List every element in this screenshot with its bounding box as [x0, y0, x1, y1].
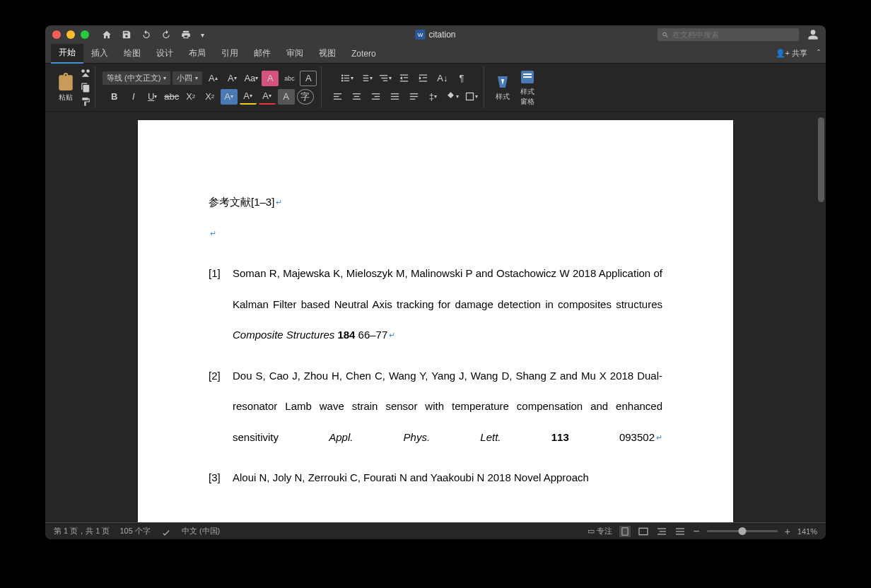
zoom-knob[interactable] [738, 527, 746, 535]
show-marks-button[interactable]: ¶ [453, 71, 470, 86]
tab-view[interactable]: 视图 [311, 44, 344, 63]
align-center-button[interactable] [348, 89, 365, 105]
copy-icon[interactable] [81, 83, 90, 93]
ribbon-collapse-icon[interactable]: ˆ [817, 49, 820, 59]
print-layout-icon[interactable] [619, 526, 631, 537]
format-painter-icon[interactable] [81, 97, 90, 107]
italic-button[interactable]: I [125, 89, 142, 105]
font-color-button[interactable]: A▾ [259, 89, 276, 105]
text-effects-button[interactable]: A▾ [221, 89, 238, 105]
qat-expand-icon[interactable]: ▾ [201, 31, 204, 39]
font-name-select[interactable]: 等线 (中文正文)▾ [103, 71, 170, 85]
zoom-slider[interactable] [707, 530, 778, 532]
zoom-out-button[interactable]: − [693, 525, 699, 538]
redo-icon[interactable] [161, 30, 171, 40]
svg-rect-8 [363, 81, 369, 81]
user-icon[interactable] [807, 29, 819, 40]
justify-button[interactable] [386, 89, 403, 105]
close-window[interactable] [52, 30, 61, 39]
tab-review[interactable]: 审阅 [279, 44, 311, 63]
focus-mode[interactable]: ▭ 专注 [588, 526, 612, 536]
line-spacing-button[interactable]: ‡▾ [424, 89, 441, 105]
minimize-window[interactable] [66, 30, 75, 39]
search-input[interactable] [672, 30, 795, 39]
language-indicator[interactable]: 中文 (中国) [182, 526, 220, 536]
svg-rect-35 [523, 74, 532, 75]
grow-font-button[interactable]: A▴ [204, 71, 221, 86]
char-shading-button[interactable]: A [278, 89, 295, 105]
maximize-window[interactable] [81, 30, 89, 39]
enclose-char-button[interactable]: 字 [297, 89, 314, 105]
cut-icon[interactable] [81, 69, 90, 78]
underline-button[interactable]: U▾ [144, 89, 161, 105]
shrink-font-button[interactable]: A▾ [223, 71, 240, 86]
decrease-indent-button[interactable] [396, 71, 413, 86]
zoom-in-button[interactable]: + [785, 526, 790, 537]
tab-layout[interactable]: 布局 [181, 44, 214, 63]
multilevel-list-button[interactable]: ▾ [377, 71, 394, 86]
word-count[interactable]: 105 个字 [119, 526, 150, 536]
outline-icon[interactable] [656, 526, 667, 537]
clipboard-group: 粘贴 [52, 66, 95, 108]
svg-rect-36 [523, 76, 532, 78]
bullets-button[interactable]: ▾ [339, 71, 356, 86]
highlight-button[interactable]: A▾ [240, 89, 257, 105]
paste-button[interactable]: 粘贴 [57, 73, 75, 102]
paragraph-mark-icon: ↵ [276, 198, 282, 206]
tab-mail[interactable]: 邮件 [246, 44, 279, 63]
ref-body: Dou S, Cao J, Zhou H, Chen C, Wang Y, Ya… [233, 360, 662, 453]
svg-rect-6 [363, 75, 369, 76]
tab-zotero[interactable]: Zotero [344, 45, 384, 62]
sort-button[interactable]: A↓ [434, 71, 451, 86]
align-right-button[interactable] [367, 89, 384, 105]
tab-home[interactable]: 开始 [51, 43, 83, 64]
svg-point-4 [341, 80, 344, 82]
paste-label: 粘贴 [59, 93, 73, 102]
svg-rect-12 [400, 75, 408, 76]
paragraph-mark-icon: ↵ [210, 229, 216, 237]
strikethrough-button[interactable]: abc [163, 89, 180, 105]
undo-icon[interactable] [141, 30, 151, 40]
vertical-scrollbar[interactable] [816, 112, 826, 522]
search-box[interactable] [657, 28, 799, 41]
subscript-button[interactable]: X2 [182, 89, 199, 105]
svg-rect-15 [419, 75, 427, 76]
svg-rect-17 [419, 81, 427, 81]
styles-pane-button[interactable]: 样式 窗格 [516, 69, 539, 107]
svg-rect-21 [353, 93, 361, 94]
zoom-level[interactable]: 141% [797, 527, 817, 536]
svg-point-2 [341, 77, 344, 79]
spellcheck-icon[interactable] [160, 526, 172, 537]
print-icon[interactable] [181, 30, 191, 40]
page[interactable]: 参考文献[1–3]↵ ↵ [1] Soman R, Majewska K, Mi… [138, 120, 733, 522]
styles-button[interactable]: 样式 [491, 74, 514, 102]
superscript-button[interactable]: X2 [201, 89, 218, 105]
draft-icon[interactable] [674, 526, 686, 537]
bold-button[interactable]: B [106, 89, 123, 105]
distribute-button[interactable] [405, 89, 422, 105]
home-icon[interactable] [102, 30, 112, 40]
increase-indent-button[interactable] [415, 71, 432, 86]
tab-draw[interactable]: 绘图 [116, 44, 148, 63]
borders-button[interactable]: ▾ [462, 89, 479, 105]
share-button[interactable]: 👤+ 共享 [770, 48, 813, 59]
tab-references[interactable]: 引用 [214, 44, 246, 63]
ref-num: [1] [209, 258, 233, 351]
save-icon[interactable] [122, 30, 131, 40]
change-case-button[interactable]: Aa▾ [242, 71, 259, 86]
shading-button[interactable]: ▾ [443, 89, 460, 105]
font-size-select[interactable]: 小四▾ [173, 71, 202, 85]
svg-rect-9 [380, 75, 387, 76]
scrollbar-thumb[interactable] [818, 117, 824, 202]
page-indicator[interactable]: 第 1 页，共 1 页 [54, 526, 110, 536]
tab-insert[interactable]: 插入 [83, 44, 116, 63]
svg-rect-30 [410, 93, 418, 94]
web-layout-icon[interactable] [638, 526, 649, 537]
align-left-button[interactable] [329, 89, 346, 105]
phonetic-guide-button[interactable]: abc [281, 71, 298, 86]
numbering-button[interactable]: ▾ [358, 71, 375, 86]
styles-pane-icon [519, 69, 536, 86]
clear-format-button[interactable]: A [262, 71, 279, 86]
tab-design[interactable]: 设计 [148, 44, 181, 63]
char-border-button[interactable]: A [300, 71, 317, 86]
